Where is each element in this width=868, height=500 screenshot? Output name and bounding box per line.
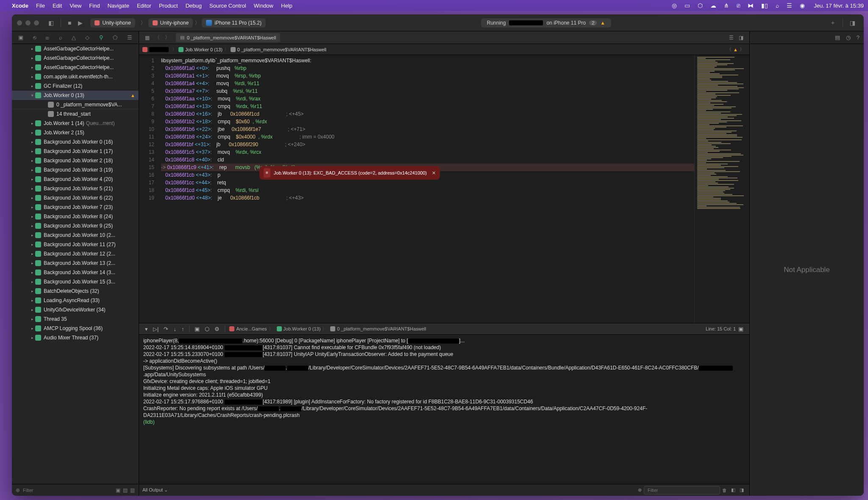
tree-row[interactable]: ▸AMCP Logging Spool (36) bbox=[12, 324, 139, 333]
tree-row[interactable]: ▸Job.Worker 2 (15) bbox=[12, 128, 139, 137]
navigator-filter-input[interactable] bbox=[23, 488, 114, 493]
step-into-icon[interactable]: ↓ bbox=[173, 326, 176, 332]
symbol-icon[interactable]: ⎄ bbox=[46, 34, 49, 41]
cloud-icon[interactable]: ☁ bbox=[710, 2, 716, 9]
tree-row[interactable]: ▸Background Job.Worker 8 (24) bbox=[12, 212, 139, 221]
sidebar-toggle-icon[interactable]: ◧ bbox=[48, 19, 54, 26]
status-icon[interactable]: ⬡ bbox=[698, 2, 703, 9]
console-output-selector[interactable]: All Output ⌄ bbox=[142, 487, 168, 493]
step-over-icon[interactable]: ↷ bbox=[164, 326, 168, 332]
folder-icon[interactable]: ▣ bbox=[18, 34, 23, 41]
tree-row[interactable]: ▸AssetGarbageCollectorHelpe... bbox=[12, 44, 139, 53]
status-icon[interactable]: ▭ bbox=[684, 2, 690, 9]
tree-row[interactable]: ▸Background Job.Worker 12 (2... bbox=[12, 249, 139, 258]
history-inspector-icon[interactable]: ◷ bbox=[846, 34, 851, 41]
stop-button[interactable]: ■ bbox=[68, 19, 71, 26]
jump-bar[interactable]: 〉 Job.Worker 0 (13) 〉 0 _platform_memmov… bbox=[139, 44, 749, 55]
minimap[interactable] bbox=[694, 55, 749, 323]
run-button[interactable]: ▶ bbox=[78, 19, 83, 26]
editor-layout-icon[interactable]: ▣ bbox=[738, 326, 743, 332]
issue-icon[interactable]: △ bbox=[72, 34, 76, 41]
library-icon[interactable]: ◨ bbox=[850, 19, 855, 26]
tree-row[interactable]: ▸Background Job.Worker 1 (17) bbox=[12, 147, 139, 156]
debug-console[interactable]: iphonePlayer(8,.home):56000 [Debug] 0 [P… bbox=[139, 335, 749, 484]
filter-opt-icon[interactable]: ▤ bbox=[123, 487, 128, 493]
step-out-icon[interactable]: ↑ bbox=[181, 326, 184, 332]
hide-debug-icon[interactable]: ▾ bbox=[145, 326, 148, 332]
memory-graph-icon[interactable]: ⬡ bbox=[205, 326, 209, 332]
user-icon[interactable]: ☰ bbox=[787, 2, 792, 9]
tree-row[interactable]: ▸Background Job.Worker 9 (25) bbox=[12, 221, 139, 231]
control-center-icon[interactable]: ⎚ bbox=[737, 2, 740, 9]
filter-opt-icon[interactable]: ▣ bbox=[116, 487, 120, 493]
menu-product[interactable]: Product bbox=[159, 3, 178, 9]
close-icon[interactable]: ✕ bbox=[432, 169, 436, 177]
battery-icon[interactable]: ▮▯ bbox=[761, 2, 768, 9]
tree-row[interactable]: ▸Background Job.Worker 3 (19) bbox=[12, 165, 139, 175]
tree-row[interactable]: ▸Background Job.Worker 14 (3... bbox=[12, 268, 139, 277]
tree-row[interactable]: ▸Background Job.Worker 5 (21) bbox=[12, 184, 139, 193]
next-issue-icon[interactable]: 〉 bbox=[740, 46, 744, 53]
window-controls[interactable] bbox=[17, 20, 39, 25]
menu-source-control[interactable]: Source Control bbox=[209, 3, 246, 9]
tree-row[interactable]: ▸AssetGarbageCollectorHelpe... bbox=[12, 53, 139, 63]
issue-warning-icon[interactable]: ▲ bbox=[733, 47, 738, 52]
bluetooth-icon[interactable]: ⧓ bbox=[748, 2, 754, 9]
tree-row[interactable]: ▸GC Finalizer (12) bbox=[12, 81, 139, 91]
filter-opt-icon[interactable]: ▥ bbox=[130, 487, 135, 493]
menu-file[interactable]: File bbox=[36, 3, 45, 9]
tree-row[interactable]: 0 _platform_memmove$VA... bbox=[12, 100, 139, 109]
menu-navigate[interactable]: Navigate bbox=[108, 3, 129, 9]
tree-row[interactable]: ▸Background Job.Worker 0 (16) bbox=[12, 137, 139, 147]
report-icon[interactable]: ☰ bbox=[127, 34, 132, 41]
tree-row[interactable]: ▸Background Job.Worker 11 (27) bbox=[12, 240, 139, 249]
tree-row[interactable]: ▸Background Job.Worker 10 (2... bbox=[12, 231, 139, 240]
status-icon[interactable]: ◎ bbox=[672, 2, 677, 9]
add-editor-icon[interactable]: ◨ bbox=[739, 35, 743, 41]
add-tab-icon[interactable]: ＋ bbox=[830, 19, 836, 27]
tree-row[interactable]: 14 thread_start bbox=[12, 109, 139, 119]
tree-row[interactable]: ▸Background Job.Worker 7 (23) bbox=[12, 203, 139, 212]
related-icon[interactable]: ▦ bbox=[145, 35, 150, 41]
back-icon[interactable]: 〈 bbox=[155, 34, 160, 41]
spotlight-icon[interactable]: ⌕ bbox=[776, 2, 779, 9]
menubar-clock[interactable]: Jeu. 17 févr. à 15:39 bbox=[814, 3, 864, 9]
menu-editor[interactable]: Editor bbox=[137, 3, 151, 9]
editor-options-icon[interactable]: ☰ bbox=[729, 35, 734, 41]
help-inspector-icon[interactable]: ? bbox=[857, 34, 860, 41]
siri-icon[interactable]: ◉ bbox=[800, 2, 805, 9]
tree-row[interactable]: ▸Job.Worker 1 (14)Queu...rrent) bbox=[12, 119, 139, 128]
menu-edit[interactable]: Edit bbox=[53, 3, 62, 9]
view-debug-icon[interactable]: ▣ bbox=[195, 326, 200, 332]
tree-row[interactable]: ▸Thread 35 bbox=[12, 314, 139, 324]
debug-path[interactable]: Ancie...Games 〉 Job.Worker 0 (13) 〉 0 _p… bbox=[228, 326, 426, 332]
console-filter-input[interactable] bbox=[644, 486, 720, 494]
editor-tab[interactable]: ▤0 _platform_memmove$VARIANT$Haswell bbox=[176, 33, 280, 42]
menu-find[interactable]: Find bbox=[89, 3, 100, 9]
debug-icon[interactable]: ⚲ bbox=[99, 34, 103, 41]
trash-icon[interactable]: 🗑 bbox=[722, 488, 727, 493]
tree-row[interactable]: ▸AssetGarbageCollectorHelpe... bbox=[12, 63, 139, 72]
tree-row[interactable]: ▸Background Job.Worker 6 (22) bbox=[12, 193, 139, 203]
inspector-tabs[interactable]: ▤ ◷ ? bbox=[750, 31, 864, 44]
menu-window[interactable]: Window bbox=[254, 3, 273, 9]
continue-icon[interactable]: ▷| bbox=[153, 326, 159, 332]
menu-view[interactable]: View bbox=[70, 3, 81, 9]
menu-help[interactable]: Help bbox=[281, 3, 292, 9]
tree-row[interactable]: ▸Background Job.Worker 2 (18) bbox=[12, 156, 139, 165]
test-icon[interactable]: ◇ bbox=[85, 34, 89, 41]
split-icon[interactable]: ◧ bbox=[731, 487, 735, 493]
env-override-icon[interactable]: ⚙ bbox=[214, 326, 220, 332]
breakpoint-icon[interactable]: ⬠ bbox=[113, 34, 117, 41]
tree-row[interactable]: ▸Background Job.Worker 4 (20) bbox=[12, 175, 139, 184]
find-icon[interactable]: ⌕ bbox=[59, 34, 62, 41]
tree-row[interactable]: ▸Audio Mixer Thread (37) bbox=[12, 333, 139, 342]
source-editor[interactable]: 12345678910111213141516171819 libsystem_… bbox=[139, 55, 749, 323]
scheme-selector[interactable]: Unity-iphone 〉 Unity-iphone 〉 iPhone 11 … bbox=[90, 18, 266, 28]
split-icon[interactable]: ◨ bbox=[740, 487, 744, 493]
source-control-icon[interactable]: ⎋ bbox=[33, 34, 36, 41]
build-status[interactable]: Running on iPhone 11 Pro 2 ▲ bbox=[481, 18, 611, 28]
tree-row[interactable]: ▸Background Job.Worker 13 (2... bbox=[12, 258, 139, 268]
tree-row[interactable]: ▸Background Job.Worker 15 (3... bbox=[12, 277, 139, 286]
tree-row[interactable]: ▸Loading.AsyncRead (33) bbox=[12, 296, 139, 305]
